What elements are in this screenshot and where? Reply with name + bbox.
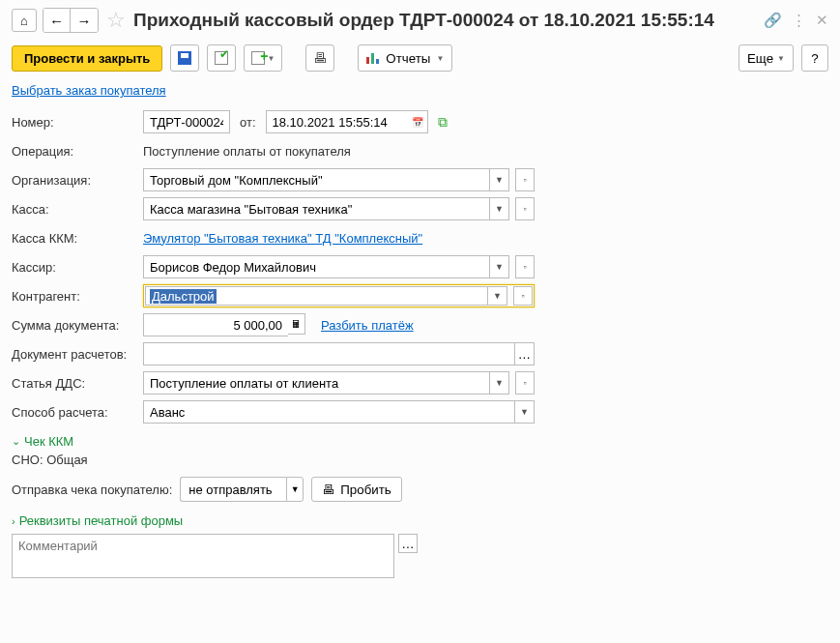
docsum-input[interactable] (143, 313, 288, 336)
print-requisites-group-toggle[interactable]: › Реквизиты печатной формы (12, 513, 828, 528)
organization-label: Организация: (12, 173, 137, 188)
save-button[interactable] (170, 44, 199, 72)
cashier-open-button[interactable]: ▫ (515, 255, 535, 278)
dds-label: Статья ДДС: (12, 376, 137, 391)
paymethod-input[interactable] (143, 400, 515, 424)
comment-textarea[interactable] (12, 534, 394, 578)
post-and-close-button[interactable]: Провести и закрыть (12, 45, 162, 72)
chevron-down-icon: ▼ (495, 175, 504, 185)
sno-label: СНО: (12, 453, 43, 467)
calculator-icon: 🖩 (291, 318, 302, 330)
back-button[interactable]: ← (43, 9, 71, 32)
punch-button[interactable]: 🖶 Пробить (311, 477, 402, 502)
window-title: Приходный кассовый ордер ТДРТ-000024 от … (133, 10, 758, 31)
create-based-on-button[interactable]: ▼ (244, 44, 282, 72)
open-icon: ▫ (523, 262, 526, 272)
settlement-input[interactable] (143, 342, 515, 365)
chevron-right-icon: › (12, 515, 15, 527)
organization-input[interactable] (143, 168, 490, 191)
chevron-down-icon: ⌄ (12, 435, 20, 448)
counterparty-dropdown-button[interactable]: ▼ (488, 286, 507, 306)
chevron-down-icon: ▼ (267, 54, 275, 63)
link-icon[interactable]: 🔗 (764, 12, 782, 29)
chevron-down-icon: ▼ (520, 407, 529, 417)
open-icon: ▫ (523, 378, 526, 388)
home-button[interactable]: ⌂ (12, 9, 37, 32)
more-button[interactable]: Еще ▼ (739, 44, 794, 72)
open-icon: ▫ (523, 175, 526, 185)
post-button[interactable] (207, 44, 236, 72)
calendar-icon: 📅 (412, 117, 423, 128)
print-button[interactable]: 🖶 (305, 44, 334, 72)
counterparty-field-wrapper: Дальстрой ▼ ▫ (143, 284, 535, 307)
time-status-icon[interactable]: ⧉ (438, 114, 448, 131)
chevron-down-icon: ▼ (436, 54, 444, 63)
nav-group: ← → (43, 8, 99, 33)
cashbox-input[interactable] (143, 197, 490, 220)
operation-value: Поступление оплаты от покупателя (143, 144, 351, 159)
counterparty-open-button[interactable]: ▫ (513, 286, 533, 306)
forward-button[interactable]: → (71, 9, 98, 32)
chevron-down-icon: ▼ (493, 291, 502, 301)
ellipsis-icon: … (401, 537, 414, 551)
chevron-down-icon: ▼ (495, 262, 504, 272)
chevron-down-icon: ▼ (495, 378, 504, 388)
kkm-cashbox-label: Касса ККМ: (12, 231, 137, 246)
date-input[interactable] (266, 110, 409, 133)
send-check-select[interactable] (180, 477, 286, 502)
cashier-input[interactable] (143, 255, 490, 278)
open-icon: ▫ (523, 204, 526, 214)
ellipsis-icon: … (518, 347, 531, 362)
chevron-down-icon: ▼ (495, 204, 504, 214)
arrow-left-icon: ← (49, 13, 64, 29)
cashbox-open-button[interactable]: ▫ (515, 197, 535, 220)
print-icon: 🖶 (313, 50, 327, 66)
counterparty-selected-value: Дальстрой (150, 289, 217, 304)
save-icon (178, 51, 191, 65)
organization-dropdown-button[interactable]: ▼ (490, 168, 509, 191)
settlement-ellipsis-button[interactable]: … (515, 342, 535, 365)
number-input[interactable] (143, 110, 230, 133)
docsum-calc-button[interactable]: 🖩 (288, 313, 305, 335)
select-buyer-order-link[interactable]: Выбрать заказ покупателя (12, 83, 166, 98)
more-label: Еще (747, 51, 773, 66)
reports-button[interactable]: Отчеты ▼ (358, 44, 452, 72)
cashier-label: Кассир: (12, 260, 137, 275)
post-icon (215, 51, 228, 65)
cashbox-dropdown-button[interactable]: ▼ (490, 197, 509, 220)
counterparty-input[interactable]: Дальстрой (145, 286, 488, 306)
paymethod-dropdown-button[interactable]: ▼ (515, 400, 535, 424)
paymethod-label: Способ расчета: (12, 405, 137, 420)
kebab-menu-icon[interactable]: ⋮ (792, 12, 806, 29)
favorite-star-icon[interactable]: ☆ (106, 8, 126, 33)
date-picker-button[interactable]: 📅 (409, 110, 428, 133)
arrow-right-icon: → (77, 13, 92, 29)
send-check-label: Отправка чека покупателю: (12, 482, 172, 497)
dds-dropdown-button[interactable]: ▼ (490, 371, 509, 395)
dds-open-button[interactable]: ▫ (515, 371, 535, 395)
chart-icon (366, 52, 380, 64)
close-icon[interactable]: ✕ (816, 12, 828, 29)
print-requisites-header: Реквизиты печатной формы (19, 513, 184, 528)
reports-label: Отчеты (386, 51, 430, 66)
home-icon: ⌂ (20, 14, 28, 28)
kkm-check-group-toggle[interactable]: ⌄ Чек ККМ (12, 434, 828, 449)
split-payment-link[interactable]: Разбить платёж (321, 318, 414, 333)
number-label: Номер: (12, 115, 137, 130)
dds-input[interactable] (143, 371, 490, 395)
send-check-dropdown[interactable]: ▼ (286, 477, 304, 502)
kkm-link[interactable]: Эмулятор "Бытовая техника" ТД "Комплексн… (143, 231, 422, 246)
help-button[interactable]: ? (801, 44, 828, 72)
kkm-check-header: Чек ККМ (24, 434, 73, 449)
organization-open-button[interactable]: ▫ (515, 168, 535, 191)
from-label: от: (240, 115, 256, 130)
counterparty-label: Контрагент: (12, 289, 137, 304)
cashier-dropdown-button[interactable]: ▼ (490, 255, 509, 278)
printer-icon: 🖶 (322, 482, 334, 497)
open-icon: ▫ (521, 291, 524, 301)
comment-ellipsis-button[interactable]: … (398, 534, 418, 553)
docsum-label: Сумма документа: (12, 318, 137, 333)
punch-label: Пробить (340, 482, 391, 497)
chevron-down-icon: ▼ (777, 54, 785, 63)
chevron-down-icon: ▼ (291, 484, 300, 494)
